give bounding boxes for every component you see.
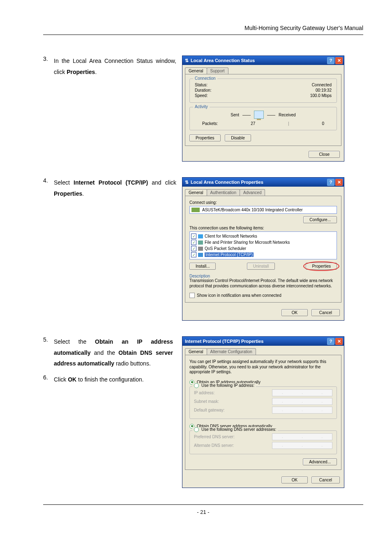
step-3-text: In the Local Area Connection Status wind… — [54, 56, 176, 77]
description-title: Description — [189, 274, 337, 278]
tab-general[interactable]: General — [185, 189, 207, 196]
adns-input: ... — [272, 442, 332, 449]
status-label: Status: — [195, 83, 208, 87]
packets-recv: 0 — [322, 121, 324, 126]
status-title: Local Area Connection Status — [191, 58, 327, 63]
install-button[interactable]: Install... — [189, 263, 216, 270]
ok-button[interactable]: OK — [281, 309, 308, 316]
step-4-bold2: Properties — [54, 190, 82, 197]
page-header: Multi-Homing Security Gateway User's Man… — [43, 25, 363, 35]
radio-use-dns-label: Use the following DNS server addresses: — [201, 427, 276, 432]
items-list[interactable]: Client for Microsoft Networks File and P… — [189, 231, 337, 259]
step-6-num: 6. — [43, 374, 54, 385]
cancel-button[interactable]: Cancel — [311, 309, 340, 316]
ok-button[interactable]: OK — [281, 476, 308, 483]
mask-input: ... — [272, 398, 332, 405]
tcp-title: Internet Protocol (TCP/IP) Properties — [185, 339, 327, 344]
received-label: Received — [279, 113, 296, 117]
checkbox-icon[interactable] — [191, 246, 196, 251]
item-client: Client for Microsoft Networks — [205, 234, 257, 238]
props-title: Local Area Connection Properties — [191, 180, 327, 185]
radio-use-dns[interactable] — [194, 427, 199, 432]
duration-label: Duration: — [195, 88, 212, 92]
properties-button[interactable]: Properties — [189, 134, 221, 141]
step-4-text-b: and click — [148, 179, 176, 186]
description-text: Transmission Control Protocol/Internet P… — [189, 278, 337, 289]
properties-dialog: ⇅ Local Area Connection Properties ? ✕ G… — [182, 177, 344, 321]
step-4-num: 4. — [43, 177, 54, 184]
uses-items-label: This connection uses the following items… — [189, 226, 337, 230]
uninstall-button: Uninstall — [247, 263, 275, 270]
status-value: Connected — [312, 83, 332, 87]
packets-label: Packets: — [202, 121, 218, 126]
show-icon-label: Show icon in notification area when conn… — [197, 293, 281, 298]
checkbox-icon[interactable] — [191, 252, 196, 257]
step-6-bold: OK — [68, 376, 76, 383]
close-button[interactable]: ✕ — [335, 338, 343, 345]
tab-authentication[interactable]: Authentication — [207, 189, 240, 196]
speed-value: 100.0 Mbps — [310, 93, 332, 98]
step-6-text-a: Click — [54, 376, 68, 383]
step-3-bold: Properties — [67, 69, 95, 75]
adns-label: Alternate DNS server: — [194, 443, 234, 448]
radio-use-ip[interactable] — [194, 383, 199, 388]
tab-general[interactable]: General — [185, 348, 207, 355]
item-qos: QoS Packet Scheduler — [205, 246, 246, 251]
activity-icon — [254, 111, 264, 119]
mask-label: Subnet mask: — [194, 399, 219, 404]
close-button[interactable]: ✕ — [335, 57, 343, 64]
list-item[interactable]: QoS Packet Scheduler — [191, 245, 335, 252]
duration-value: 00:19:32 — [316, 88, 332, 92]
item-properties-button[interactable]: Properties — [306, 263, 337, 270]
net-icon: ⇅ — [185, 58, 189, 63]
step-5-num: 5. — [43, 336, 54, 369]
tab-alternate[interactable]: Alternate Configuration — [207, 348, 256, 355]
pdns-input: ... — [272, 433, 332, 440]
status-dialog: ⇅ Local Area Connection Status ? ✕ Gener… — [182, 56, 344, 162]
step-6-text: Click OK to finish the configuration. — [54, 374, 173, 385]
checkbox-icon[interactable] — [191, 234, 196, 239]
help-button[interactable]: ? — [327, 179, 334, 186]
step-5-text-a: Select the — [54, 338, 95, 345]
show-icon-checkbox[interactable] — [189, 293, 195, 298]
advanced-button[interactable]: Advanced... — [303, 458, 337, 465]
disable-button[interactable]: Disable — [225, 134, 251, 141]
gateway-label: Default gateway: — [194, 408, 225, 412]
help-button[interactable]: ? — [327, 338, 334, 345]
nic-icon — [191, 208, 200, 212]
gateway-input: ... — [272, 407, 332, 414]
connection-legend: Connection — [193, 76, 217, 81]
close-button[interactable]: ✕ — [335, 179, 343, 186]
step-6-text-b: to finish the configuration. — [76, 376, 143, 383]
printer-icon — [198, 240, 203, 245]
list-item[interactable]: Internet Protocol (TCP/IP) — [191, 252, 335, 258]
packets-sent: 27 — [251, 121, 255, 126]
tab-support[interactable]: Support — [207, 67, 228, 74]
tcp-icon — [198, 253, 203, 257]
list-item[interactable]: Client for Microsoft Networks — [191, 233, 335, 239]
tab-general[interactable]: General — [185, 67, 207, 74]
configure-button[interactable]: Configure... — [303, 216, 337, 223]
list-item[interactable]: File and Printer Sharing for Microsoft N… — [191, 239, 335, 245]
pdns-label: Preferred DNS server: — [194, 435, 235, 439]
step-4-bold1: Internet Protocol (TCP/IP) — [74, 179, 148, 186]
tcpip-dialog: Internet Protocol (TCP/IP) Properties ? … — [182, 336, 344, 488]
checkbox-icon[interactable] — [191, 240, 196, 245]
step-3-text-b: . — [95, 69, 97, 75]
client-icon — [198, 234, 203, 238]
step-5-text: Select the Obtain an IP address automati… — [54, 336, 173, 369]
step-5-text-c: radio buttons. — [114, 360, 151, 367]
help-button[interactable]: ? — [327, 57, 334, 64]
item-tcpip: Internet Protocol (TCP/IP) — [205, 252, 254, 257]
activity-legend: Activity — [193, 104, 210, 109]
tcp-blurb: You can get IP settings assigned automat… — [189, 359, 337, 375]
tab-advanced[interactable]: Advanced — [240, 189, 265, 196]
cancel-button[interactable]: Cancel — [311, 476, 340, 483]
step-4-text-c: . — [82, 190, 84, 197]
close-dialog-button[interactable]: Close — [309, 151, 340, 158]
step-5-text-b: and the — [90, 349, 118, 356]
step-4-text-a: Select — [54, 179, 74, 186]
page-number: - 21 - — [43, 504, 363, 515]
scheduler-icon — [198, 247, 203, 251]
radio-use-ip-label: Use the following IP address: — [201, 383, 254, 388]
